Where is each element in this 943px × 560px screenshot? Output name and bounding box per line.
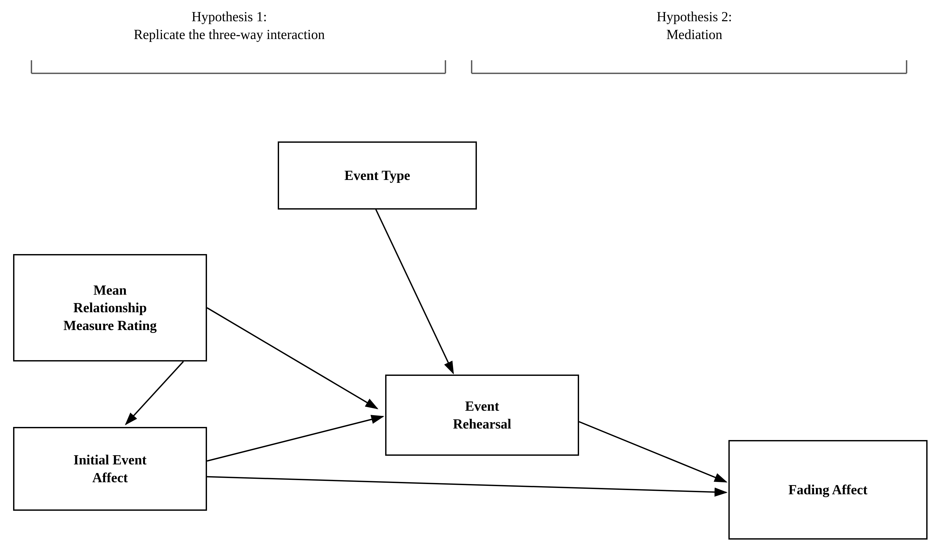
svg-line-12 — [579, 422, 726, 482]
hypothesis-2-label: Hypothesis 2: Mediation — [498, 8, 891, 43]
svg-line-9 — [126, 362, 183, 424]
svg-line-8 — [375, 207, 453, 373]
svg-line-11 — [207, 477, 726, 492]
hypothesis-1-label: Hypothesis 1: Replicate the three-way in… — [26, 8, 432, 43]
svg-line-7 — [207, 308, 377, 409]
event-type-box: Event Type — [278, 142, 477, 209]
event-rehearsal-box: Event Rehearsal — [385, 375, 579, 456]
diagram-container: Hypothesis 1: Replicate the three-way in… — [0, 0, 943, 560]
mean-relationship-box: Mean Relationship Measure Rating — [13, 254, 207, 362]
svg-line-10 — [207, 417, 383, 461]
initial-event-affect-box: Initial Event Affect — [13, 427, 207, 511]
fading-affect-box: Fading Affect — [729, 440, 928, 540]
